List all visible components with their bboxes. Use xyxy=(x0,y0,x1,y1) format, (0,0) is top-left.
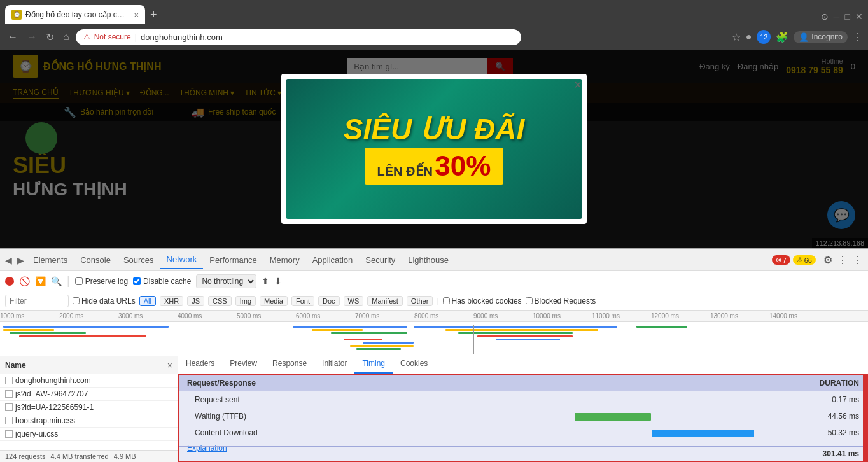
tab-network[interactable]: Network xyxy=(160,251,204,269)
name-list: donghohungthinh.com js?id=AW-796472707 j… xyxy=(0,374,178,450)
clear-log-button[interactable]: 🚫 xyxy=(19,276,30,286)
filter-js-btn[interactable]: JS xyxy=(187,296,204,306)
promo-percent: 30% xyxy=(435,150,491,181)
detail-tab-preview[interactable]: Preview xyxy=(222,356,265,374)
tick-1000: 1000 ms xyxy=(0,312,24,319)
blocked-requests-label[interactable]: Blocked Requests xyxy=(526,297,596,305)
preserve-log-checkbox[interactable] xyxy=(75,277,83,285)
minimize-icon[interactable]: ─ xyxy=(834,11,840,22)
back-button[interactable]: ← xyxy=(5,29,20,45)
close-window-icon[interactable]: ✕ xyxy=(855,11,863,22)
detail-tab-bar: Headers Preview Response Initiator Timin… xyxy=(178,356,868,374)
filter-font-btn[interactable]: Font xyxy=(291,296,314,306)
list-item[interactable]: jquery-ui.css xyxy=(0,428,178,441)
detail-tab-timing[interactable]: Timing xyxy=(354,356,393,374)
name-panel: Name × donghohungthinh.com js?id=AW-7964… xyxy=(0,356,178,462)
bookmark-icon[interactable]: ☆ xyxy=(732,31,741,43)
throttle-select[interactable]: No throttling xyxy=(196,274,256,288)
filter-media-btn[interactable]: Media xyxy=(260,296,288,306)
filter-other-btn[interactable]: Other xyxy=(407,296,433,306)
timing-section-col: Request/Response xyxy=(187,379,795,388)
detail-tab-headers[interactable]: Headers xyxy=(178,356,222,374)
tab-security[interactable]: Security xyxy=(359,251,402,269)
tab-elements[interactable]: Elements xyxy=(27,251,74,269)
list-item[interactable]: bootstrap.min.css xyxy=(0,414,178,428)
tab-sources[interactable]: Sources xyxy=(117,251,160,269)
list-item[interactable]: js?id=UA-122566591-1 xyxy=(0,401,178,414)
hide-data-urls-checkbox[interactable] xyxy=(73,297,80,304)
tab-performance[interactable]: Performance xyxy=(203,251,263,269)
has-blocked-cookies-label[interactable]: Has blocked cookies xyxy=(443,297,522,305)
restore-icon[interactable]: □ xyxy=(845,11,850,22)
timing-row-waiting: Waiting (TTFB) 44.56 ms xyxy=(179,408,867,424)
home-button[interactable]: ⌂ xyxy=(60,29,72,45)
address-bar[interactable]: ⚠ Not secure | donghohungthinh.com xyxy=(76,29,521,45)
extension-icon3[interactable]: 🧩 xyxy=(776,31,788,43)
tab-lighthouse[interactable]: Lighthouse xyxy=(402,251,455,269)
detail-tab-response[interactable]: Response xyxy=(265,356,314,374)
timing-marker-line xyxy=(573,395,573,405)
devtools-settings-icon[interactable]: ⚙ xyxy=(821,251,835,269)
filter-css-btn[interactable]: CSS xyxy=(208,296,232,306)
preserve-log-label[interactable]: Preserve log xyxy=(75,277,128,286)
incognito-button[interactable]: 👤 Incognito xyxy=(794,31,848,43)
filter-manifest-btn[interactable]: Manifest xyxy=(367,296,403,306)
export-button[interactable]: ⬇ xyxy=(274,276,282,286)
search-button[interactable]: 🔍 xyxy=(51,276,62,286)
disable-cache-checkbox[interactable] xyxy=(133,277,141,285)
record-button[interactable] xyxy=(5,277,14,286)
modal-close-button[interactable]: × xyxy=(574,78,582,92)
red-scroll-indicator[interactable] xyxy=(863,375,867,461)
tab-favicon: ⌚ xyxy=(11,10,22,20)
filter-input[interactable] xyxy=(5,295,69,307)
detail-tab-cookies[interactable]: Cookies xyxy=(393,356,435,374)
name-col-title: Name xyxy=(5,361,167,370)
devtools-expand-icon[interactable]: ▶ xyxy=(15,253,27,268)
disable-cache-label[interactable]: Disable cache xyxy=(133,277,191,286)
browser-tab[interactable]: ⌚ Đồng hồ đeo tay cao cấp chính ... × xyxy=(5,5,145,24)
tab-memory[interactable]: Memory xyxy=(263,251,306,269)
tab-application[interactable]: Application xyxy=(306,251,360,269)
filter-toggle-button[interactable]: 🔽 xyxy=(35,276,46,286)
devtools-more-settings-icon[interactable]: ⋮ xyxy=(850,251,865,269)
tab-title: Đồng hồ đeo tay cao cấp chính ... xyxy=(25,10,127,19)
import-button[interactable]: ⬆ xyxy=(262,276,269,286)
has-blocked-cookies-checkbox[interactable] xyxy=(443,297,450,304)
list-item[interactable]: donghohungthinh.com xyxy=(0,374,178,388)
extension-icon2[interactable]: 12 xyxy=(757,30,771,44)
tick-9000: 9000 ms xyxy=(473,312,498,319)
filter-img-btn[interactable]: Img xyxy=(235,296,256,306)
reload-button[interactable]: ↻ xyxy=(43,29,57,46)
timing-bar-area-download xyxy=(414,428,795,438)
filter-all-btn[interactable]: All xyxy=(139,296,156,306)
forward-button[interactable]: → xyxy=(24,29,39,45)
tab-console[interactable]: Console xyxy=(74,251,117,269)
cast-icon[interactable]: ⊙ xyxy=(821,11,829,22)
hide-data-urls-label[interactable]: Hide data URLs xyxy=(73,297,136,305)
devtools-more-icon[interactable]: ⋮ xyxy=(835,251,850,269)
new-tab-button[interactable]: + xyxy=(145,8,162,22)
timing-panel: Request/Response DURATION Request sent 0… xyxy=(178,374,868,462)
extension-icon1[interactable]: ● xyxy=(746,31,752,43)
filter-sep: | xyxy=(437,297,438,305)
tick-11000: 11000 ms xyxy=(592,312,620,319)
detail-tab-initiator[interactable]: Initiator xyxy=(314,356,354,374)
filter-xhr-btn[interactable]: XHR xyxy=(160,296,183,306)
devtools-collapse-icon[interactable]: ◀ xyxy=(3,253,15,268)
timing-total-row: 301.41 ms xyxy=(179,446,867,461)
tab-close-icon[interactable]: × xyxy=(134,10,139,20)
devtools-tab-bar: ◀ ▶ Elements Console Sources Network Per… xyxy=(0,249,868,271)
timing-duration-waiting: 44.56 ms xyxy=(795,412,859,421)
filter-doc-btn[interactable]: Doc xyxy=(318,296,340,306)
filter-ws-btn[interactable]: WS xyxy=(344,296,364,306)
name-panel-close-icon[interactable]: × xyxy=(167,360,172,370)
tick-4000: 4000 ms xyxy=(178,312,202,319)
blocked-requests-checkbox[interactable] xyxy=(526,297,533,304)
modal-image: SIÊU ƯU ĐÃI LÊN ĐẾN 30% xyxy=(286,79,582,219)
list-item[interactable]: js?id=AW-796472707 xyxy=(0,388,178,401)
timing-duration-request-sent: 0.17 ms xyxy=(795,395,859,404)
menu-icon[interactable]: ⋮ xyxy=(853,31,863,43)
main-content-area: Name × donghohungthinh.com js?id=AW-7964… xyxy=(0,356,868,462)
url-text: donghohungthinh.com xyxy=(141,32,223,42)
resource-size: 4.9 MB xyxy=(114,452,136,460)
